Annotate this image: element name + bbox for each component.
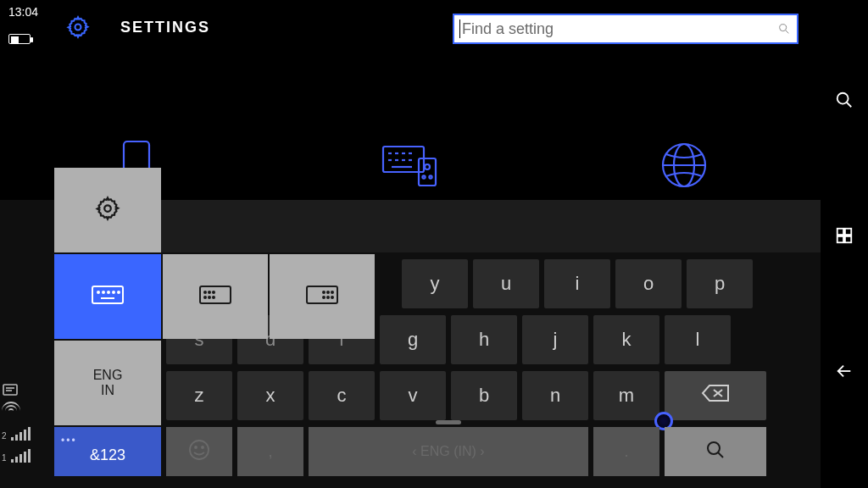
svg-rect-56 [837,229,843,235]
keyboard-layout-full-selected[interactable] [54,254,161,339]
nav-start-button[interactable] [821,212,868,259]
key-z[interactable]: z [166,371,232,420]
key-k[interactable]: k [593,315,659,364]
svg-point-41 [204,297,206,298]
key-backspace[interactable] [665,371,766,420]
keyboard-left-icon [198,283,232,310]
svg-rect-58 [837,236,843,242]
settings-app-icon [66,15,90,42]
key-x[interactable]: x [237,371,303,420]
wifi-icon [2,402,53,419]
svg-point-17 [422,175,425,178]
svg-point-54 [837,93,849,104]
svg-line-28 [718,452,723,458]
svg-point-43 [213,297,214,298]
keyboard-layout-right[interactable] [270,254,375,339]
key-h[interactable]: h [451,315,517,364]
key-u[interactable]: u [473,259,539,308]
key-v[interactable]: v [380,371,446,420]
ellipsis-icon: ••• [61,435,77,446]
search-icon [705,440,726,464]
key-comma[interactable]: , [237,427,303,476]
key-space[interactable]: ‹ ENG (IN) › [309,427,588,476]
svg-point-29 [104,205,111,212]
svg-rect-44 [307,286,337,303]
svg-point-16 [425,164,430,169]
key-p[interactable]: p [687,259,753,308]
svg-point-32 [103,291,104,293]
key-g[interactable]: g [380,315,446,364]
status-tray: 2 1 [2,380,53,463]
svg-point-27 [708,442,720,454]
space-handle-icon [436,420,461,424]
keyboard-language-button[interactable]: ENG IN [54,341,161,425]
space-label: ‹ ENG (IN) › [412,444,484,459]
notification-icon [2,380,53,396]
key-i[interactable]: i [544,259,610,308]
category-network[interactable] [547,127,821,203]
svg-point-47 [331,291,333,293]
svg-line-2 [786,30,788,33]
svg-point-40 [213,291,214,293]
key-l[interactable]: l [665,315,731,364]
svg-point-31 [97,291,99,293]
text-cursor [459,19,460,38]
on-screen-keyboard: y u i o p s d f g h j k l z x c v b n m [0,200,821,488]
system-navbar [821,0,868,488]
battery-icon [8,34,31,44]
key-y[interactable]: y [402,259,468,308]
key-symbols[interactable]: ••• &123 [54,427,161,476]
svg-point-34 [113,291,114,293]
search-icon[interactable] [771,22,797,36]
svg-rect-51 [3,385,17,395]
svg-point-50 [331,297,333,298]
svg-point-49 [327,297,329,298]
keyboard-full-icon [91,283,125,310]
status-time: 13:04 [8,5,38,19]
key-emoji[interactable] [166,427,232,476]
svg-point-35 [118,291,120,293]
svg-rect-30 [92,286,123,303]
language-code-bottom: IN [101,383,114,398]
svg-point-25 [195,446,197,448]
keyboard-right-icon [305,283,339,310]
language-code-top: ENG [93,368,123,383]
nav-search-button[interactable] [821,76,868,124]
search-input[interactable]: Find a setting [453,14,798,44]
svg-point-48 [323,297,325,298]
signal-sim2-icon: 2 [2,424,53,441]
page-title: SETTINGS [120,19,210,36]
key-period[interactable]: . [593,427,659,476]
search-placeholder: Find a setting [462,20,771,38]
key-enter-search[interactable] [665,427,766,476]
symbols-label: &123 [90,446,125,464]
signal-sim1-icon: 1 [2,446,53,463]
key-m[interactable]: m [593,371,659,420]
svg-rect-59 [845,236,851,242]
svg-point-42 [209,297,210,298]
gear-icon [95,196,120,225]
key-n[interactable]: n [522,371,588,420]
keyboard-settings-button[interactable] [54,168,161,252]
svg-point-24 [190,441,209,459]
key-c[interactable]: c [309,371,375,420]
svg-point-18 [429,175,431,178]
svg-point-1 [780,25,787,31]
svg-rect-57 [845,229,851,235]
svg-point-38 [204,291,206,293]
svg-point-26 [202,446,203,448]
svg-point-45 [323,291,325,293]
svg-point-46 [327,291,329,293]
nav-back-button[interactable] [821,347,868,395]
svg-point-39 [209,291,210,293]
suggestion-bar [159,200,821,252]
category-devices[interactable] [274,127,548,203]
key-j[interactable]: j [522,315,588,364]
svg-point-33 [108,291,109,293]
emoji-icon [188,439,210,465]
key-b[interactable]: b [451,371,517,420]
key-o[interactable]: o [615,259,682,308]
svg-line-55 [847,103,852,108]
keyboard-layout-left[interactable] [163,254,268,339]
svg-point-0 [75,25,81,30]
